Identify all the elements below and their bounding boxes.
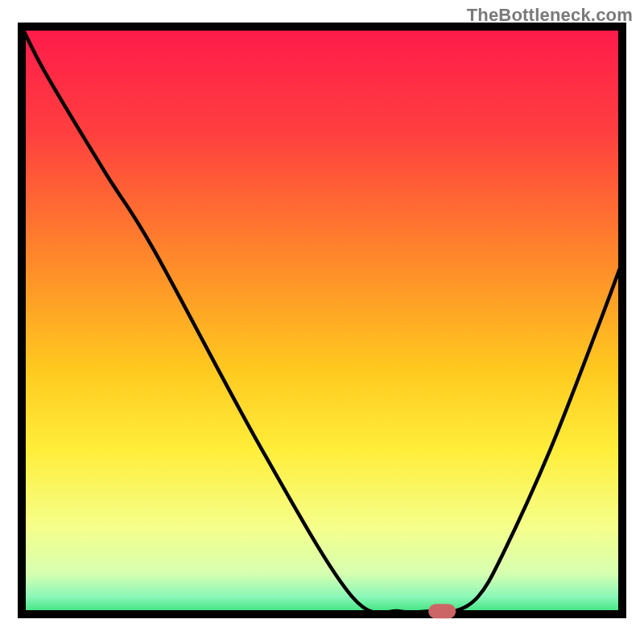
watermark-text: TheBottleneck.com	[467, 5, 633, 26]
gradient-panel	[22, 27, 622, 614]
chart-svg	[0, 0, 644, 644]
chart-stage: TheBottleneck.com	[0, 0, 644, 644]
optimal-marker	[428, 604, 456, 618]
